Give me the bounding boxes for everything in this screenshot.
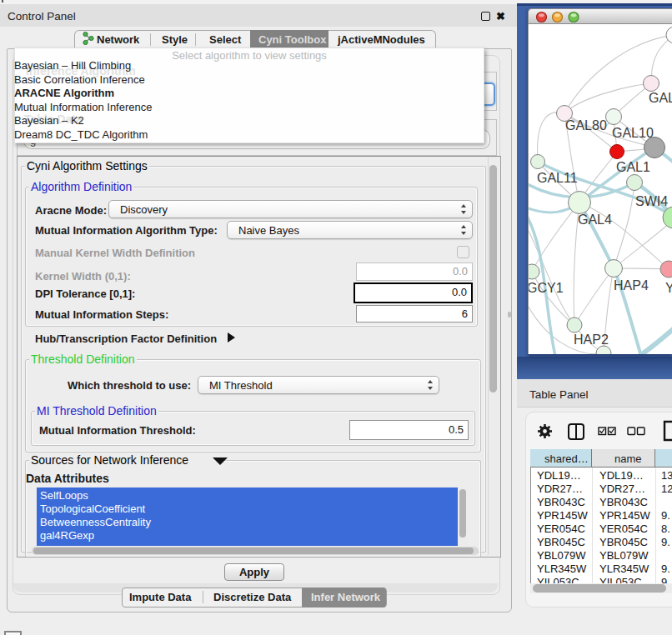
svg-text:GAL11: GAL11 bbox=[537, 171, 578, 185]
svg-text:HAP2: HAP2 bbox=[574, 332, 609, 347]
svg-text:GCY1: GCY1 bbox=[528, 281, 564, 295]
svg-text:GAL10: GAL10 bbox=[612, 126, 654, 140]
svg-text:SWI4: SWI4 bbox=[635, 194, 668, 208]
svg-text:HAP4: HAP4 bbox=[614, 278, 649, 292]
svg-text:GAL7: GAL7 bbox=[649, 91, 672, 105]
svg-text:GAL80: GAL80 bbox=[565, 118, 607, 132]
svg-text:GAL1: GAL1 bbox=[616, 160, 650, 174]
svg-text:GAL4: GAL4 bbox=[578, 212, 612, 227]
svg-text:Y: Y bbox=[665, 281, 672, 295]
